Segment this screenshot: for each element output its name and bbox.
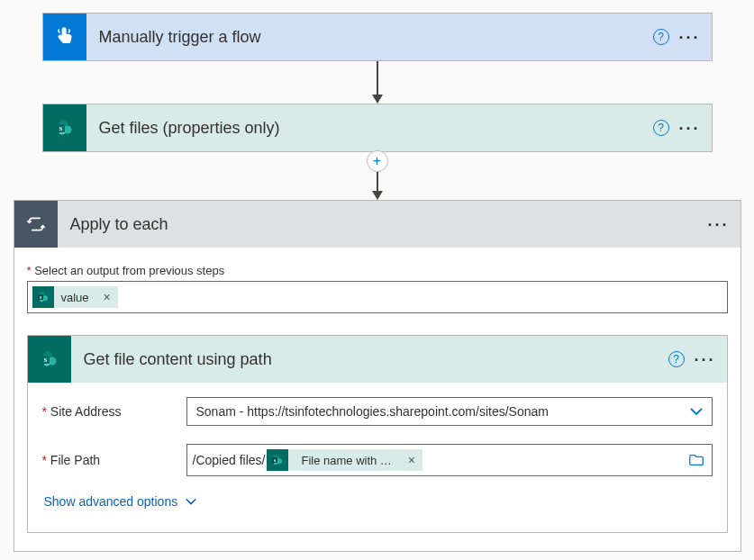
show-advanced-options[interactable]: Show advanced options xyxy=(42,494,198,509)
file-path-input[interactable]: /Copied files/ S File name with … × xyxy=(186,444,713,476)
step-header[interactable]: Apply to each ... xyxy=(14,201,740,248)
sharepoint-icon: S xyxy=(28,336,71,383)
connector-arrow xyxy=(372,61,383,104)
step-header[interactable]: S Get files (properties only) ? ... xyxy=(43,104,712,151)
svg-point-0 xyxy=(62,28,66,32)
help-icon: ? xyxy=(653,29,669,45)
help-button[interactable]: ? xyxy=(647,23,676,51)
token-label: File name with … xyxy=(288,454,400,467)
path-prefix-text: /Copied files/ xyxy=(193,453,266,467)
get-files-step[interactable]: S Get files (properties only) ? ... xyxy=(42,104,713,152)
more-button[interactable]: ... xyxy=(676,113,704,142)
loop-icon xyxy=(14,201,58,248)
site-address-select[interactable]: Sonam - https://tsinfotechnologies.share… xyxy=(186,397,713,426)
remove-token-button[interactable]: × xyxy=(401,453,422,467)
dynamic-token[interactable]: S value × xyxy=(32,286,118,308)
output-selector-input[interactable]: S value × xyxy=(27,281,728,313)
touch-icon xyxy=(43,14,86,60)
token-label: value xyxy=(54,291,96,304)
svg-text:S: S xyxy=(43,357,47,364)
trigger-step[interactable]: Manually trigger a flow ? ... xyxy=(42,13,713,61)
get-file-content-step: S Get file content using path ? ... * Si… xyxy=(27,335,728,533)
help-icon: ? xyxy=(668,351,685,367)
field-label: * File Path xyxy=(42,453,186,467)
folder-picker-button[interactable] xyxy=(686,449,707,471)
add-step-button[interactable]: + xyxy=(367,150,388,172)
step-title: Manually trigger a flow xyxy=(86,28,647,47)
svg-text:S: S xyxy=(39,295,41,300)
step-header[interactable]: S Get file content using path ? ... xyxy=(28,336,727,383)
step-title: Get file content using path xyxy=(71,350,662,369)
svg-text:S: S xyxy=(59,125,62,132)
help-button[interactable]: ? xyxy=(647,113,676,142)
sharepoint-icon: S xyxy=(267,449,288,471)
help-icon: ? xyxy=(653,120,669,136)
help-button[interactable]: ? xyxy=(662,345,691,374)
more-button[interactable]: ... xyxy=(691,345,720,374)
field-label: * Site Address xyxy=(42,404,186,419)
apply-to-each-step: Apply to each ... * Select an output fro… xyxy=(14,200,741,552)
step-title: Get files (properties only) xyxy=(86,119,647,138)
remove-token-button[interactable]: × xyxy=(96,290,118,304)
step-header[interactable]: Manually trigger a flow ? ... xyxy=(43,14,712,60)
sharepoint-icon: S xyxy=(43,104,86,151)
dynamic-token[interactable]: S File name with … × xyxy=(267,449,422,471)
sharepoint-icon: S xyxy=(32,286,54,308)
field-label: * Select an output from previous steps xyxy=(27,264,728,277)
chevron-down-icon xyxy=(185,495,197,508)
more-button[interactable]: ... xyxy=(676,23,704,51)
step-title: Apply to each xyxy=(58,215,704,234)
more-button[interactable]: ... xyxy=(704,210,733,239)
svg-text:S: S xyxy=(274,458,277,463)
chevron-down-icon[interactable] xyxy=(686,401,707,422)
